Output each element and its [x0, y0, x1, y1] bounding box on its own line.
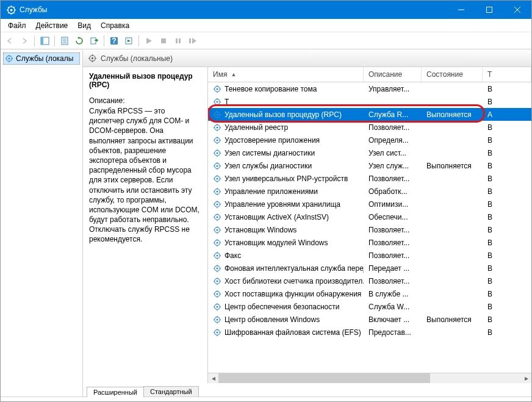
service-type: В [483, 123, 495, 132]
service-row[interactable]: Установщик ActiveX (AxInstSV)Обеспечи...… [208, 210, 531, 223]
service-row[interactable]: Фоновая интеллектуальная служба перед...… [208, 262, 531, 275]
properties-button[interactable] [58, 34, 71, 48]
service-name: Установщик ActiveX (AxInstSV) [225, 213, 329, 221]
minimize-button[interactable] [447, 1, 475, 19]
selected-service-name: Удаленный вызов процедур (RPC) [89, 72, 201, 89]
sort-asc-icon: ▲ [231, 71, 236, 77]
scroll-track[interactable] [218, 373, 521, 383]
main-body: Службы (локалы Службы (локальные) Удален… [1, 49, 531, 397]
service-type: В [483, 200, 495, 209]
service-icon [213, 251, 221, 260]
horizontal-scrollbar[interactable]: ◂ ▸ [208, 373, 531, 383]
service-name: Управление приложениями [225, 187, 318, 196]
column-name[interactable]: Имя▲ [208, 67, 364, 82]
service-row[interactable]: Шифрованная файловая система (EFS)Предос… [208, 326, 531, 339]
detail-column: Удаленный вызов процедур (RPC) Описание:… [83, 67, 208, 383]
service-type: В [483, 162, 495, 170]
show-hide-tree-button[interactable] [38, 34, 51, 48]
services-list: Имя▲ Описание Состояние Т Теневое копиро… [208, 67, 531, 383]
svg-point-89 [216, 190, 218, 192]
service-type: В [483, 174, 495, 183]
service-type: В [483, 290, 495, 298]
tab-extended[interactable]: Расширенный [87, 387, 144, 397]
service-row[interactable]: Удостоверение приложенияОпределя...В [208, 134, 531, 146]
service-desc: Включает ... [364, 315, 422, 324]
service-desc: Позволяет... [364, 277, 422, 285]
svg-point-29 [8, 57, 10, 59]
tab-standard[interactable]: Стандартный [143, 386, 199, 397]
service-row[interactable]: Хост поставщика функции обнаруженияВ слу… [208, 287, 531, 300]
service-type: В [483, 149, 495, 157]
nav-back-button [3, 34, 16, 48]
maximize-button[interactable] [475, 1, 503, 19]
service-row[interactable]: Удаленный реестрПозволяет...В [208, 121, 531, 134]
close-button[interactable] [503, 1, 531, 19]
svg-point-155 [216, 331, 218, 333]
service-desc: Оптимизи... [364, 200, 422, 209]
service-icon [213, 277, 221, 285]
menu-action[interactable]: Действие [31, 20, 73, 31]
content-header-label: Службы (локальные) [101, 54, 173, 63]
service-row[interactable]: Удаленный вызов процедур (RPC)Служба R..… [208, 108, 531, 121]
service-row[interactable]: Хост библиотеки счетчика производител...… [208, 275, 531, 287]
service-name: Шифрованная файловая система (EFS) [225, 328, 361, 337]
toolbar-action-button[interactable] [122, 34, 135, 48]
service-row[interactable]: Узел универсальных PNP-устройствПозволяе… [208, 172, 531, 185]
service-row[interactable]: ФаксПозволяет...В [208, 249, 531, 262]
service-icon [213, 315, 221, 324]
service-row[interactable]: Центр обновления WindowsВключает ...Выпо… [208, 313, 531, 326]
service-row[interactable]: Узел системы диагностикиУзел сист...В [208, 146, 531, 159]
description-label: Описание: [89, 96, 201, 105]
menubar: Файл Действие Вид Справка [1, 19, 531, 32]
service-row[interactable]: ТВ [208, 95, 531, 108]
description-text: Служба RPCSS — это диспетчер служб для C… [89, 106, 201, 245]
service-icon [213, 200, 221, 209]
svg-point-95 [216, 203, 218, 205]
svg-point-77 [216, 165, 218, 167]
tree-root-node[interactable]: Службы (локалы [3, 52, 80, 65]
column-state[interactable]: Состояние [422, 67, 483, 82]
tree-pane[interactable]: Службы (локалы [1, 50, 83, 397]
menu-file[interactable]: Файл [3, 20, 31, 31]
column-type[interactable]: Т [483, 67, 531, 82]
export-button[interactable] [87, 34, 101, 48]
menu-view[interactable]: Вид [73, 20, 96, 31]
column-description[interactable]: Описание [364, 67, 422, 82]
svg-point-53 [216, 113, 218, 115]
scroll-left-button[interactable]: ◂ [208, 373, 218, 384]
service-name: Узел службы диагностики [225, 162, 312, 170]
scroll-right-button[interactable]: ▸ [521, 373, 531, 384]
help-button[interactable]: ? [107, 34, 121, 48]
service-state: Выполняется [422, 162, 483, 170]
service-row[interactable]: Теневое копирование томаУправляет...В [208, 82, 531, 95]
service-row[interactable]: Узел службы диагностикиУзел служ...Выпол… [208, 159, 531, 172]
service-icon [213, 149, 221, 157]
svg-rect-15 [41, 37, 43, 45]
refresh-button[interactable] [73, 34, 86, 48]
service-name: Хост поставщика функции обнаружения [225, 290, 361, 298]
service-state: Выполняется [422, 315, 483, 324]
svg-text:?: ? [112, 37, 116, 45]
titlebar[interactable]: Службы [1, 1, 531, 19]
svg-point-101 [216, 216, 218, 218]
service-desc: Позволяет... [364, 123, 422, 132]
svg-point-125 [216, 267, 218, 269]
scroll-thumb[interactable] [218, 373, 430, 383]
svg-point-71 [216, 152, 218, 154]
service-row[interactable]: Управление приложениямиОбработк...В [208, 185, 531, 198]
nav-forward-button [18, 34, 31, 48]
service-row[interactable]: Установщик модулей WindowsПозволяет...В [208, 236, 531, 249]
svg-point-119 [216, 254, 218, 256]
svg-point-113 [216, 242, 218, 243]
service-row[interactable]: Центр обеспечения безопасностиСлужба W..… [208, 300, 531, 313]
services-window: Службы Файл Действие Вид Справка ? [0, 0, 532, 402]
service-icon [213, 328, 221, 337]
service-name: Узел системы диагностики [225, 149, 315, 157]
service-name: Т [225, 98, 229, 106]
rows-container[interactable]: Теневое копирование томаУправляет...ВТВУ… [208, 82, 531, 373]
service-row[interactable]: Установщик WindowsПозволяет...В [208, 223, 531, 236]
menu-help[interactable]: Справка [96, 20, 134, 31]
svg-point-65 [216, 139, 218, 141]
service-row[interactable]: Управление уровнями хранилищаОптимизи...… [208, 198, 531, 210]
content-pane: Службы (локальные) Удаленный вызов проце… [83, 50, 531, 397]
